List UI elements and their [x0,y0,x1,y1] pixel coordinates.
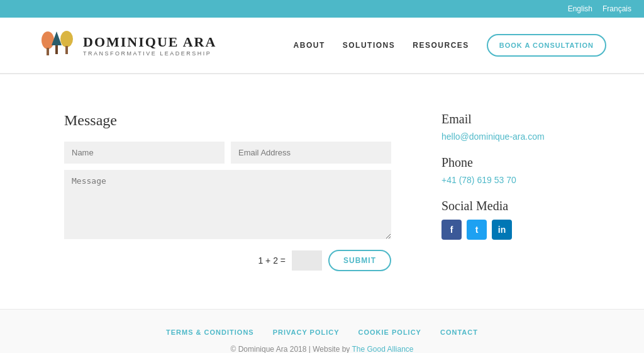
footer-contact[interactable]: CONTACT [440,328,478,336]
top-bar: English Français [0,0,644,18]
logo[interactable]: DOMINIQUE ARA TRANSFORMATIVE LEADERSHIP [38,26,216,64]
message-textarea[interactable] [64,170,391,239]
phone-label: Phone [441,155,580,170]
svg-point-4 [60,31,73,47]
twitter-icon[interactable]: t [467,220,487,240]
logo-icon [38,26,75,64]
nav-about[interactable]: ABOUT [294,41,325,50]
footer-links: TERMS & CONDITIONS PRIVACY POLICY COOKIE… [13,328,631,336]
social-label: Social Media [441,199,580,213]
main-content: Message 1 + 2 = SUBMIT Email hello@domin… [52,74,592,309]
nav-solutions[interactable]: SOLUTIONS [343,41,396,50]
contact-info-section: Email hello@dominique-ara.com Phone +41 … [441,112,580,271]
logo-tagline: TRANSFORMATIVE LEADERSHIP [83,50,216,57]
svg-rect-5 [65,46,68,54]
lang-french[interactable]: Français [602,4,631,13]
footer-terms[interactable]: TERMS & CONDITIONS [166,328,254,336]
footer-cookie[interactable]: COOKIE POLICY [358,328,421,336]
name-input[interactable] [64,142,225,164]
message-form-section: Message 1 + 2 = SUBMIT [64,112,391,271]
email-link[interactable]: hello@dominique-ara.com [441,132,580,142]
footer: TERMS & CONDITIONS PRIVACY POLICY COOKIE… [0,309,644,353]
captcha-input[interactable] [292,250,322,271]
svg-rect-3 [55,45,58,54]
captcha-label: 1 + 2 = [258,255,286,266]
facebook-icon[interactable]: f [441,220,462,240]
form-title: Message [64,112,391,129]
logo-text: DOMINIQUE ARA TRANSFORMATIVE LEADERSHIP [83,34,216,57]
submit-button[interactable]: SUBMIT [328,250,391,271]
social-icons: f t in [441,220,580,240]
svg-point-0 [42,31,54,49]
copyright-text: © Dominique Ara 2018 | Website by [230,345,352,353]
copyright-link[interactable]: The Good Alliance [352,345,413,353]
footer-privacy[interactable]: PRIVACY POLICY [273,328,340,336]
linkedin-icon[interactable]: in [492,220,512,240]
logo-name: DOMINIQUE ARA [83,34,216,50]
phone-link[interactable]: +41 (78) 619 53 70 [441,175,580,185]
captcha-row: 1 + 2 = SUBMIT [64,250,391,271]
nav-resources[interactable]: RESOURCES [413,41,469,50]
form-name-email-row [64,142,391,164]
footer-copyright: © Dominique Ara 2018 | Website by The Go… [13,345,631,353]
book-consultation-button[interactable]: BOOK A CONSULTATION [487,34,606,57]
email-label: Email [441,112,580,126]
main-nav: ABOUT SOLUTIONS RESOURCES BOOK A CONSULT… [294,34,606,57]
svg-rect-1 [47,48,49,55]
lang-english[interactable]: English [568,4,592,13]
header: DOMINIQUE ARA TRANSFORMATIVE LEADERSHIP … [0,18,644,74]
email-input[interactable] [231,142,391,164]
